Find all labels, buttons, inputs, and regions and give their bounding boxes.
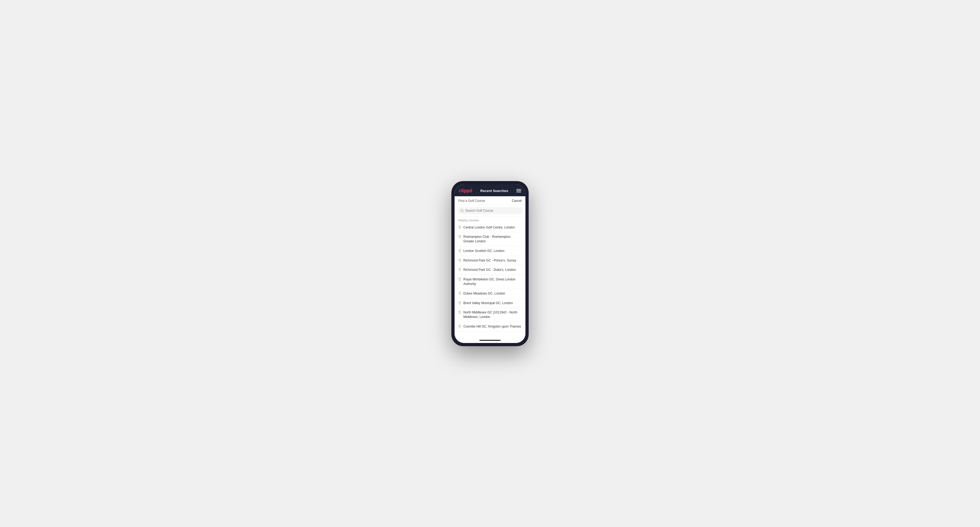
- svg-point-11: [459, 325, 460, 326]
- list-item[interactable]: Royal Wimbledon GC, Great London Authori…: [455, 275, 525, 289]
- menu-icon[interactable]: [516, 189, 521, 192]
- phone-device: clippd Recent Searches Find a Golf Cours…: [451, 181, 529, 346]
- list-item[interactable]: Dukes Meadows GC, London: [455, 289, 525, 298]
- course-name: Richmond Park GC - Prince's, Surrey: [463, 258, 516, 263]
- location-icon: [458, 268, 461, 271]
- list-item[interactable]: Coombe Hill GC, Kingston upon Thames: [455, 322, 525, 332]
- svg-point-7: [459, 278, 460, 279]
- find-label: Find a Golf Course: [458, 199, 485, 203]
- location-icon: [458, 311, 461, 314]
- list-item[interactable]: Roehampton Club - Roehampton, Greater Lo…: [455, 232, 525, 246]
- list-item[interactable]: London Scottish GC, London: [455, 246, 525, 256]
- course-name: Royal Wimbledon GC, Great London Authori…: [463, 277, 522, 286]
- find-bar: Find a Golf Course Cancel: [455, 196, 525, 205]
- svg-point-8: [459, 292, 460, 293]
- svg-line-1: [463, 211, 463, 212]
- course-name: Central London Golf Centre, London: [463, 225, 515, 230]
- location-icon: [458, 225, 461, 229]
- app-header: clippd Recent Searches: [455, 184, 525, 196]
- home-bar: [479, 340, 501, 341]
- list-item[interactable]: Richmond Park GC - Prince's, Surrey: [455, 256, 525, 265]
- course-name: North Middlesex GC (1011942 - North Midd…: [463, 310, 522, 319]
- app-logo: clippd: [459, 188, 472, 194]
- search-icon: [460, 209, 464, 212]
- phone-screen: clippd Recent Searches Find a Golf Cours…: [455, 184, 525, 343]
- list-item[interactable]: Central London Golf Centre, London: [455, 223, 525, 232]
- hamburger-line-3: [516, 192, 521, 192]
- search-input[interactable]: [465, 209, 520, 213]
- main-content: Find a Golf Course Cancel Nearby courses: [455, 196, 525, 338]
- search-container: [455, 205, 525, 216]
- course-name: Dukes Meadows GC, London: [463, 291, 505, 296]
- svg-point-6: [459, 269, 460, 270]
- location-icon: [458, 292, 461, 295]
- svg-point-4: [459, 250, 460, 251]
- course-name: Coombe Hill GC, Kingston upon Thames: [463, 324, 521, 329]
- course-name: Richmond Park GC - Duke's, London: [463, 268, 516, 272]
- hamburger-line-1: [516, 189, 521, 190]
- location-icon: [458, 301, 461, 305]
- course-name: Roehampton Club - Roehampton, Greater Lo…: [463, 235, 522, 244]
- svg-point-10: [459, 311, 460, 312]
- cancel-button[interactable]: Cancel: [512, 199, 522, 203]
- hamburger-line-2: [516, 190, 521, 191]
- course-list: Central London Golf Centre, London Roeha…: [455, 223, 525, 332]
- svg-point-3: [459, 236, 460, 237]
- list-item[interactable]: North Middlesex GC (1011942 - North Midd…: [455, 308, 525, 322]
- home-indicator: [455, 338, 525, 343]
- location-icon: [458, 259, 461, 262]
- location-icon: [458, 249, 461, 252]
- header-title: Recent Searches: [480, 189, 508, 193]
- course-name: London Scottish GC, London: [463, 249, 504, 253]
- location-icon: [458, 235, 461, 238]
- search-input-wrapper: [458, 207, 522, 214]
- svg-point-5: [459, 259, 460, 260]
- svg-point-9: [459, 302, 460, 303]
- location-icon: [458, 325, 461, 328]
- location-icon: [458, 278, 461, 281]
- list-item[interactable]: Brent Valley Municipal GC, London: [455, 298, 525, 308]
- course-name: Brent Valley Municipal GC, London: [463, 301, 513, 305]
- list-item[interactable]: Richmond Park GC - Duke's, London: [455, 265, 525, 275]
- svg-point-2: [459, 226, 460, 227]
- nearby-section-label: Nearby courses: [455, 216, 525, 223]
